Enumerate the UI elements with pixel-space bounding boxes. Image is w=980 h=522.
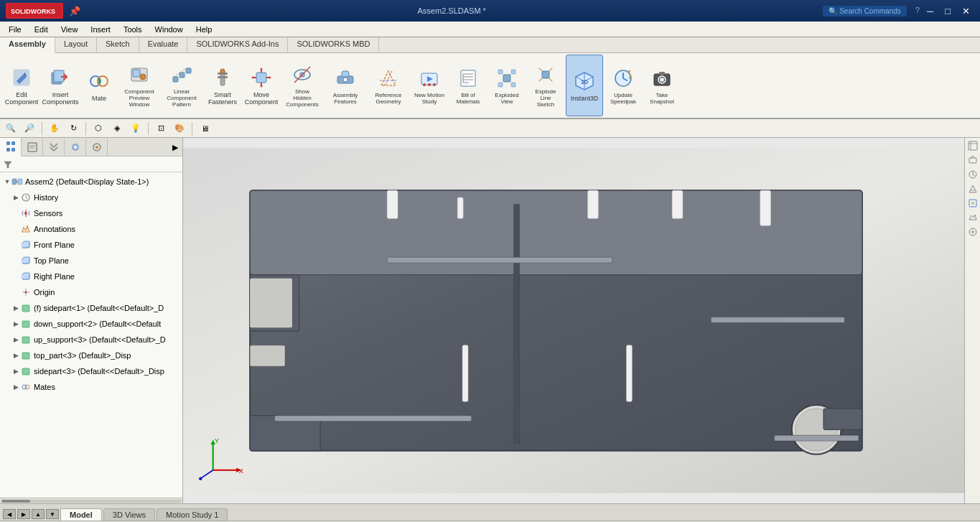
tree-upsupport3-expand[interactable]: ▶ bbox=[11, 335, 20, 344]
toolbar-render-btn[interactable]: ◈ bbox=[109, 121, 125, 136]
nav-next-btn[interactable]: ▶ bbox=[17, 509, 30, 519]
menu-window[interactable]: Window bbox=[149, 24, 189, 35]
right-icon-7[interactable] bbox=[966, 225, 979, 238]
bill-of-materials-button[interactable]: Bill ofMaterials bbox=[449, 55, 487, 116]
toolbar-section-btn[interactable]: ⊡ bbox=[153, 121, 169, 136]
tab-assembly[interactable]: Assembly bbox=[0, 37, 55, 53]
toolbar-light-btn[interactable]: 💡 bbox=[128, 121, 144, 136]
panel-tab-configurationmanager[interactable] bbox=[43, 138, 65, 157]
linear-pattern-button[interactable]: Linear ComponentPattern bbox=[161, 55, 202, 116]
toolbar-rotate-btn[interactable]: ↻ bbox=[65, 121, 81, 136]
toolbar-zoom-btn[interactable]: 🔎 bbox=[22, 121, 37, 136]
panel-tab-featuretree[interactable] bbox=[0, 138, 22, 157]
svg-rect-28 bbox=[498, 70, 503, 74]
tab-layout[interactable]: Layout bbox=[55, 37, 97, 52]
panel-tab-display[interactable] bbox=[86, 138, 108, 157]
nav-down-btn[interactable]: ▼ bbox=[46, 509, 59, 519]
tree-top-plane[interactable]: ▶ Top Plane bbox=[0, 253, 182, 269]
tree-upsupport3[interactable]: ▶ up_support<3> (Default<<Default>_D bbox=[0, 332, 182, 348]
mate-button[interactable]: Mate bbox=[80, 55, 118, 116]
tree-history-expand[interactable]: ▶ bbox=[11, 193, 20, 202]
tree-downsupport2-label: down_support<2> (Default<<Default bbox=[34, 320, 161, 328]
svg-point-46 bbox=[95, 146, 98, 149]
tree-sidepart3-expand[interactable]: ▶ bbox=[11, 367, 20, 376]
toolbar-search-btn[interactable]: 🔍 bbox=[3, 121, 19, 136]
tab-motion-study-1[interactable]: Motion Study 1 bbox=[157, 508, 228, 521]
update-speedpak-button[interactable]: UpdateSpeedpak bbox=[605, 55, 642, 116]
right-icon-2[interactable] bbox=[966, 154, 979, 167]
show-hidden-label: ShowHiddenComponents bbox=[286, 88, 318, 108]
tree-downsupport2-expand[interactable]: ▶ bbox=[11, 320, 20, 328]
tab-evaluate[interactable]: Evaluate bbox=[139, 37, 188, 52]
tree-annotations[interactable]: ▶ Annotations bbox=[0, 221, 182, 237]
component-preview-button[interactable]: ComponentPreviewWindow bbox=[119, 55, 159, 116]
tree-toppart3[interactable]: ▶ top_part<3> (Default>_Disp bbox=[0, 348, 182, 363]
svg-rect-30 bbox=[498, 83, 503, 87]
menu-tools[interactable]: Tools bbox=[118, 24, 148, 35]
tab-solidworks-addins[interactable]: SOLIDWORKS Add-Ins bbox=[187, 37, 288, 52]
menu-view[interactable]: View bbox=[55, 24, 84, 35]
svg-rect-55 bbox=[22, 305, 29, 312]
panel-tab-plus[interactable] bbox=[65, 138, 86, 157]
right-icon-1[interactable] bbox=[966, 139, 979, 152]
tab-model[interactable]: Model bbox=[60, 508, 102, 521]
take-snapshot-button[interactable]: TakeSnapshot bbox=[643, 55, 681, 116]
toolbar-pan-btn[interactable]: ✋ bbox=[47, 121, 62, 136]
close-button[interactable]: ✕ bbox=[958, 6, 974, 17]
tree-toppart3-expand[interactable]: ▶ bbox=[11, 351, 20, 360]
insert-components-button[interactable]: InsertComponents bbox=[42, 55, 79, 116]
tree-root[interactable]: ▼ Assem2 (Default<Display State-1>) bbox=[0, 174, 182, 190]
menu-help[interactable]: Help bbox=[190, 24, 218, 35]
reference-geometry-button[interactable]: ReferenceGeometry bbox=[368, 55, 409, 116]
tree-right-plane[interactable]: ▶ Right Plane bbox=[0, 269, 182, 284]
panel-scrollbar[interactable] bbox=[0, 498, 182, 503]
panel-tab-propertymanager[interactable] bbox=[22, 138, 43, 157]
new-motion-study-button[interactable]: New Motion Study bbox=[411, 55, 448, 116]
panel-expand-btn[interactable]: ▶ bbox=[168, 138, 182, 157]
toolbar-display-btn[interactable]: 🖥 bbox=[197, 121, 213, 136]
menu-file[interactable]: File bbox=[3, 24, 27, 35]
tree-front-plane[interactable]: ▶ Front Plane bbox=[0, 237, 182, 253]
explode-line-button[interactable]: ExplodeLineSketch bbox=[527, 55, 564, 116]
right-icon-3[interactable] bbox=[966, 168, 979, 181]
ribbon: Assembly Layout Sketch Evaluate SOLIDWOR… bbox=[0, 37, 980, 119]
smart-fasteners-button[interactable]: SmartFasteners bbox=[204, 55, 241, 116]
toolbar-view-btn[interactable]: ⬡ bbox=[90, 121, 106, 136]
tree-mates-expand[interactable]: ▶ bbox=[11, 383, 20, 391]
tree-mates-label: Mates bbox=[34, 383, 55, 391]
tree-mates[interactable]: ▶ Mates bbox=[0, 379, 182, 395]
move-component-button[interactable]: MoveComponent bbox=[243, 55, 280, 116]
tree-origin[interactable]: ▶ Origin bbox=[0, 284, 182, 300]
toolbar-appear-btn[interactable]: 🎨 bbox=[172, 121, 187, 136]
show-hidden-button[interactable]: ShowHiddenComponents bbox=[281, 55, 323, 116]
tree-sidepart1-expand[interactable]: ▶ bbox=[11, 304, 20, 312]
tree-sidepart1[interactable]: ▶ (f) sidepart<1> (Default<<Default>_D bbox=[0, 300, 182, 316]
tree-sidepart3[interactable]: ▶ sidepart<3> (Default<<Default>_Disp bbox=[0, 363, 182, 379]
scrollbar-thumb[interactable] bbox=[1, 500, 30, 503]
tab-solidworks-mbd[interactable]: SOLIDWORKS MBD bbox=[288, 37, 379, 52]
tree-sensors[interactable]: ▶ Sensors bbox=[0, 205, 182, 221]
menu-edit[interactable]: Edit bbox=[29, 24, 54, 35]
maximize-button[interactable]: □ bbox=[941, 6, 955, 17]
right-icon-4[interactable] bbox=[966, 182, 979, 195]
take-snapshot-icon bbox=[650, 67, 673, 90]
tab-sketch[interactable]: Sketch bbox=[97, 37, 139, 52]
viewport[interactable]: Y X bbox=[183, 138, 964, 503]
tree-root-expand[interactable]: ▼ bbox=[3, 177, 11, 186]
nav-prev-btn[interactable]: ◀ bbox=[3, 509, 16, 519]
part-icon-2 bbox=[20, 318, 32, 330]
search-box[interactable]: 🔍 Search Commands bbox=[823, 6, 906, 17]
right-icon-6[interactable] bbox=[966, 211, 979, 224]
exploded-view-button[interactable]: ExplodedView bbox=[488, 55, 526, 116]
right-icon-5[interactable] bbox=[966, 197, 979, 210]
edit-component-button[interactable]: EditComponent bbox=[3, 55, 40, 116]
minimize-button[interactable]: ─ bbox=[923, 6, 938, 17]
part-icon-3 bbox=[20, 334, 32, 345]
tree-downsupport2[interactable]: ▶ down_support<2> (Default<<Default bbox=[0, 316, 182, 332]
menu-insert[interactable]: Insert bbox=[85, 24, 116, 35]
tree-history[interactable]: ▶ History bbox=[0, 190, 182, 205]
instant3d-button[interactable]: 3D Instant3D bbox=[566, 55, 603, 116]
nav-up-btn[interactable]: ▲ bbox=[32, 509, 45, 519]
tab-3dviews[interactable]: 3D Views bbox=[103, 508, 155, 521]
assembly-features-button[interactable]: AssemblyFeatures bbox=[325, 55, 366, 116]
